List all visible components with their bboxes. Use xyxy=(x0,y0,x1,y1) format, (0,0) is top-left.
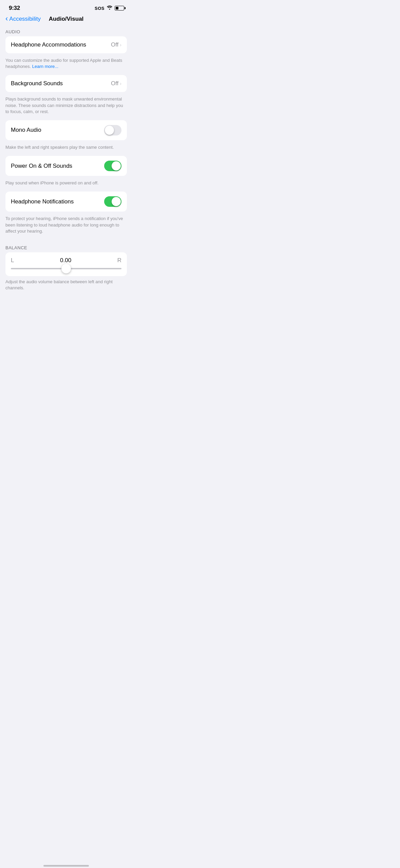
status-bar: 9:32 SOS xyxy=(0,0,132,14)
mono-audio-description: Make the left and right speakers play th… xyxy=(5,143,127,155)
battery-icon xyxy=(115,6,126,11)
headphone-notifications-description: To protect your hearing, iPhone sends a … xyxy=(5,214,127,238)
mono-audio-label: Mono Audio xyxy=(11,127,41,133)
balance-section: BALANCE L 0.00 R Adjust the audio volume… xyxy=(5,242,127,292)
power-on-off-sounds-description: Play sound when iPhone is powered on and… xyxy=(5,179,127,190)
slider-fill-left xyxy=(11,268,66,269)
headphone-notifications-toggle[interactable] xyxy=(104,196,121,207)
power-on-off-sounds-row: Power On & Off Sounds xyxy=(11,156,121,176)
background-sounds-row[interactable]: Background Sounds Off › xyxy=(11,75,121,92)
learn-more-link[interactable]: Learn more... xyxy=(32,64,58,69)
power-on-off-sounds-label: Power On & Off Sounds xyxy=(11,163,72,169)
slider-fill-right xyxy=(66,268,121,269)
balance-slider-track[interactable] xyxy=(11,268,121,269)
chevron-right-icon: › xyxy=(120,42,121,48)
headphone-accommodations-label: Headphone Accommodations xyxy=(11,41,86,48)
page-title: Audio/Visual xyxy=(49,16,84,22)
audio-section-label: AUDIO xyxy=(0,26,132,36)
toggle-thumb xyxy=(112,197,121,206)
power-on-off-sounds-card: Power On & Off Sounds xyxy=(5,156,127,176)
balance-right-label: R xyxy=(117,257,121,264)
toggle-thumb xyxy=(105,126,114,135)
headphone-notifications-row: Headphone Notifications xyxy=(11,192,121,212)
mono-audio-card: Mono Audio xyxy=(5,120,127,140)
wifi-icon xyxy=(107,5,113,11)
balance-card: L 0.00 R xyxy=(5,252,127,276)
background-sounds-label: Background Sounds xyxy=(11,80,63,87)
balance-slider-thumb[interactable] xyxy=(61,264,71,273)
mono-audio-toggle[interactable] xyxy=(104,125,121,135)
background-sounds-description: Plays background sounds to mask unwanted… xyxy=(5,95,127,119)
background-sounds-card: Background Sounds Off › xyxy=(5,75,127,92)
nav-header: ‹ Accessibility Audio/Visual xyxy=(0,14,132,26)
mono-audio-row: Mono Audio xyxy=(11,120,121,140)
balance-value: 0.00 xyxy=(60,257,71,264)
toggle-thumb xyxy=(112,161,121,170)
sos-indicator: SOS xyxy=(95,6,104,11)
status-icons: SOS xyxy=(95,5,126,11)
status-time: 9:32 xyxy=(9,5,20,12)
balance-left-label: L xyxy=(11,257,14,264)
back-chevron-icon: ‹ xyxy=(5,15,8,22)
back-button[interactable]: ‹ Accessibility xyxy=(5,16,41,22)
headphone-notifications-label: Headphone Notifications xyxy=(11,198,74,205)
chevron-right-icon: › xyxy=(120,81,121,86)
background-sounds-value: Off › xyxy=(111,80,121,87)
headphone-accommodations-card: Headphone Accommodations Off › xyxy=(5,36,127,53)
headphone-accommodations-row[interactable]: Headphone Accommodations Off › xyxy=(11,36,121,53)
balance-lr: L 0.00 R xyxy=(11,257,121,264)
headphone-notifications-card: Headphone Notifications xyxy=(5,192,127,212)
balance-section-label: BALANCE xyxy=(0,242,132,252)
headphone-accommodations-description: You can customize the audio for supporte… xyxy=(5,56,127,74)
power-on-off-sounds-toggle[interactable] xyxy=(104,161,121,171)
content: AUDIO Headphone Accommodations Off › You… xyxy=(0,26,132,292)
headphone-accommodations-value: Off › xyxy=(111,41,121,48)
balance-description: Adjust the audio volume balance between … xyxy=(5,276,127,292)
back-label: Accessibility xyxy=(9,16,41,22)
